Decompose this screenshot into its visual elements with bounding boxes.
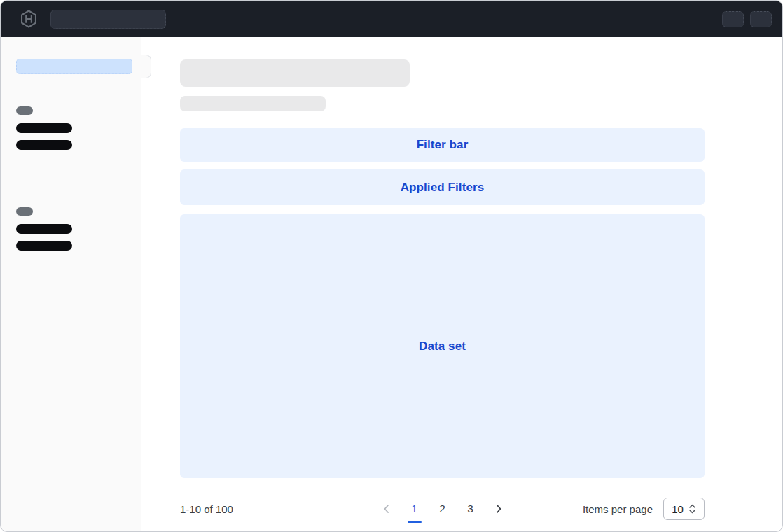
pager: 1 2 3 (378, 499, 507, 519)
filter-bar-placeholder: Filter bar (180, 128, 705, 162)
items-per-page-control: Items per page 10 (583, 498, 705, 520)
pagination-range-text: 1-10 of 100 (180, 503, 233, 515)
hashicorp-logo-icon (20, 10, 38, 28)
sidebar-item-skeleton (16, 123, 72, 133)
nav-action-skeleton-1 (722, 11, 744, 27)
applied-filters-placeholder: Applied Filters (180, 169, 705, 205)
sidebar-section-label-skeleton (16, 207, 33, 216)
sidebar-active-item-skeleton (16, 59, 132, 74)
pagination-page-3[interactable]: 3 (462, 499, 479, 519)
sidebar (1, 37, 141, 532)
nav-action-skeleton-2 (750, 11, 772, 27)
pagination-next-button[interactable] (490, 499, 507, 519)
content-inner: Filter bar Applied Filters Data set 1-10… (180, 59, 705, 524)
sidebar-section-label-skeleton (16, 106, 33, 115)
app-window: Filter bar Applied Filters Data set 1-10… (0, 0, 783, 532)
sidebar-item-skeleton (16, 241, 72, 251)
applied-filters-label: Applied Filters (401, 181, 485, 195)
data-set-placeholder: Data set (180, 214, 705, 478)
nav-search-skeleton (50, 10, 166, 29)
pagination-page-1[interactable]: 1 (406, 499, 423, 519)
page-subtitle-skeleton (180, 96, 326, 111)
caret-up-down-icon (688, 504, 696, 514)
page-title-skeleton (180, 59, 410, 87)
sidebar-group-1 (1, 106, 141, 150)
sidebar-item-skeleton (16, 140, 72, 150)
data-set-label: Data set (419, 340, 466, 354)
sidebar-item-skeleton (16, 224, 72, 234)
filter-bar-label: Filter bar (417, 138, 469, 152)
main-content: Filter bar Applied Filters Data set 1-10… (141, 37, 782, 532)
pagination-bar: 1-10 of 100 1 2 3 Items per page (180, 493, 705, 524)
sidenav-collapse-handle[interactable] (140, 55, 151, 78)
page-size-value: 10 (672, 503, 684, 515)
items-per-page-label: Items per page (583, 503, 653, 515)
page-size-select[interactable]: 10 (663, 498, 705, 520)
pagination-prev-button[interactable] (378, 499, 395, 519)
app-body: Filter bar Applied Filters Data set 1-10… (1, 37, 782, 532)
chevron-right-icon (493, 503, 504, 514)
sidebar-group-2 (1, 207, 141, 251)
pagination-page-2[interactable]: 2 (434, 499, 451, 519)
top-navigation-bar (1, 1, 782, 37)
chevron-left-icon (381, 503, 392, 514)
